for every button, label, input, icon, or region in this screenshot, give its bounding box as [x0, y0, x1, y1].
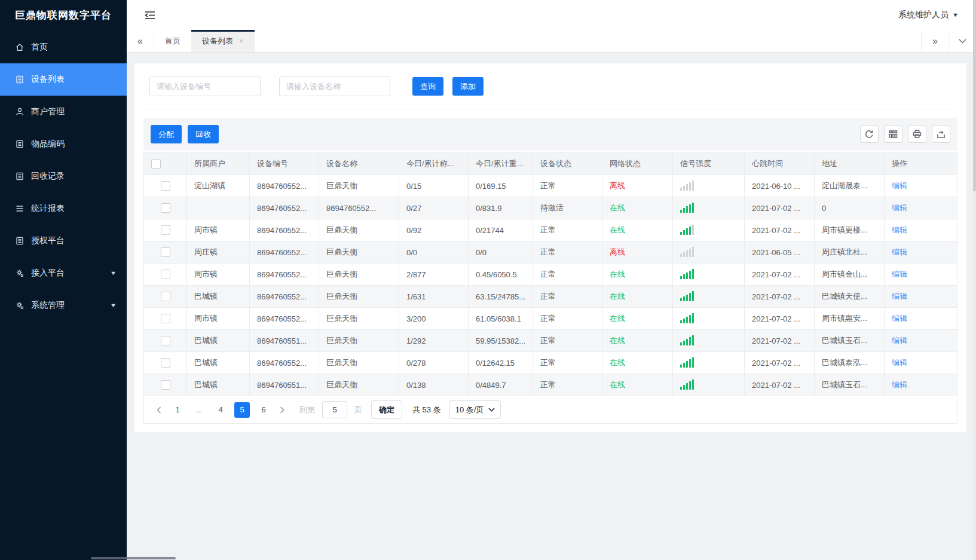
address-cell: 巴城镇天使...	[815, 286, 885, 308]
column-header: 心跳时间	[745, 152, 815, 175]
address-cell: 巴城镇玉石...	[815, 330, 885, 352]
heartbeat-cell: 2021-07-02 ...	[745, 286, 815, 308]
user-menu[interactable]: 系统维护人员 ▼	[898, 10, 958, 20]
row-checkbox[interactable]	[161, 358, 170, 368]
edit-link[interactable]: 编辑	[892, 358, 907, 367]
action-cell: 编辑	[885, 264, 957, 286]
sidebar-item-6[interactable]: 授权平台	[0, 225, 127, 257]
edit-link[interactable]: 编辑	[892, 336, 907, 345]
table-row: 巴城镇8694760551...巨鼎天衡0/1380/4849.7正常在线202…	[144, 374, 957, 396]
network-status-text: 在线	[610, 203, 625, 212]
confirm-button[interactable]: 确定	[371, 400, 402, 419]
refresh-icon[interactable]	[860, 126, 879, 143]
edit-link[interactable]: 编辑	[892, 203, 907, 212]
sidebar-item-4[interactable]: 回收记录	[0, 160, 127, 192]
edit-link[interactable]: 编辑	[892, 247, 907, 256]
page-number[interactable]: 1	[170, 402, 185, 418]
export-icon[interactable]	[932, 126, 950, 143]
row-checkbox[interactable]	[161, 270, 170, 279]
count-cell: 1/631	[399, 286, 469, 308]
network-cell: 在线	[602, 352, 673, 374]
sidebar-item-8[interactable]: 系统管理▼	[0, 289, 127, 322]
row-checkbox[interactable]	[161, 380, 170, 390]
device-name-cell: 巨鼎天衡	[319, 219, 399, 241]
sidebar-item-1[interactable]: 设备列表	[0, 63, 127, 96]
edit-link[interactable]: 编辑	[892, 225, 907, 234]
merchant-icon	[14, 106, 25, 117]
table-row: 周市镇8694760552...巨鼎天衡0/920/21744正常在线2021-…	[144, 219, 957, 241]
recycle-button[interactable]: 回收	[188, 125, 219, 143]
page-number[interactable]: 4	[213, 402, 228, 418]
system-manage-icon	[14, 300, 25, 311]
checkbox-cell	[144, 374, 187, 396]
edit-link[interactable]: 编辑	[892, 380, 907, 389]
weight-cell: 59.95/15382...	[469, 330, 533, 352]
tabs-scroll-left-icon[interactable]: «	[127, 30, 154, 52]
prev-page-icon[interactable]	[151, 402, 167, 418]
signal-cell	[673, 241, 745, 264]
sidebar-item-5[interactable]: 统计报表	[0, 192, 127, 225]
edit-link[interactable]: 编辑	[892, 314, 907, 323]
page-size-select[interactable]: 10 条/页	[449, 400, 501, 419]
tab-home-label: 首页	[165, 36, 180, 47]
weight-cell: 0/0	[469, 241, 533, 264]
next-page-icon[interactable]	[274, 402, 290, 418]
jump-label: 到第	[299, 405, 315, 415]
signal-bars-icon	[680, 335, 694, 345]
column-header: 设备状态	[533, 152, 602, 175]
row-checkbox[interactable]	[161, 336, 170, 345]
vertical-scrollbar-thumb[interactable]	[973, 0, 976, 191]
device-no-input[interactable]	[149, 76, 261, 96]
signal-bars-icon	[680, 313, 694, 323]
table-row: 周市镇8694760552...巨鼎天衡3/20061.05/6038.1正常在…	[144, 308, 957, 330]
row-checkbox[interactable]	[161, 292, 170, 301]
print-icon[interactable]	[908, 126, 926, 143]
page-size-label: 10 条/页	[455, 405, 484, 415]
topbar: 系统维护人员 ▼	[127, 0, 976, 30]
network-cell: 在线	[602, 197, 673, 219]
sidebar-item-2[interactable]: 商户管理	[0, 96, 127, 128]
status-cell: 正常	[533, 330, 602, 352]
count-cell: 0/278	[399, 352, 469, 374]
tabs-menu-icon[interactable]	[949, 30, 976, 52]
row-checkbox[interactable]	[161, 247, 170, 257]
network-cell: 在线	[602, 308, 673, 330]
column-settings-icon[interactable]	[884, 126, 902, 143]
edit-link[interactable]: 编辑	[892, 292, 907, 301]
add-button[interactable]: 添加	[452, 77, 484, 96]
caret-down-icon: ▼	[110, 302, 117, 308]
network-status-text: 在线	[610, 336, 625, 345]
row-checkbox[interactable]	[161, 225, 170, 235]
tab-device-list[interactable]: 设备列表 ×	[191, 30, 255, 52]
sidebar-item-label: 首页	[31, 42, 48, 53]
vertical-scrollbar[interactable]	[973, 0, 976, 560]
tabs-scroll-right-icon[interactable]: »	[921, 30, 949, 52]
sidebar-item-7[interactable]: 接入平台▼	[0, 257, 127, 289]
jump-page-input[interactable]	[322, 401, 347, 418]
table-tools	[860, 126, 950, 143]
device-name-input[interactable]	[279, 76, 390, 96]
sidebar-item-0[interactable]: 首页	[0, 31, 127, 63]
edit-link[interactable]: 编辑	[892, 181, 907, 190]
select-all-checkbox[interactable]	[151, 159, 161, 169]
count-cell: 3/200	[399, 308, 469, 330]
edit-link[interactable]: 编辑	[892, 270, 907, 279]
horizontal-scrollbar-thumb[interactable]	[91, 557, 176, 559]
device-name-cell: 巨鼎天衡	[319, 308, 399, 330]
row-checkbox[interactable]	[161, 203, 170, 213]
search-row: 查询 添加	[143, 72, 957, 109]
assign-button[interactable]: 分配	[151, 125, 182, 143]
tab-home[interactable]: 首页	[154, 30, 191, 52]
action-cell: 编辑	[885, 197, 957, 219]
page-number[interactable]: 6	[256, 402, 271, 418]
sidebar-item-3[interactable]: 物品编码	[0, 128, 127, 160]
row-checkbox[interactable]	[161, 314, 170, 323]
signal-cell	[673, 330, 745, 352]
page-number[interactable]: 5	[234, 402, 250, 418]
merchant-cell: 周市镇	[187, 264, 250, 286]
menu-collapse-icon[interactable]	[145, 11, 155, 20]
tab-close-icon[interactable]: ×	[239, 37, 244, 45]
row-checkbox[interactable]	[161, 181, 170, 191]
count-cell: 0/15	[399, 175, 469, 197]
query-button[interactable]: 查询	[412, 77, 443, 96]
